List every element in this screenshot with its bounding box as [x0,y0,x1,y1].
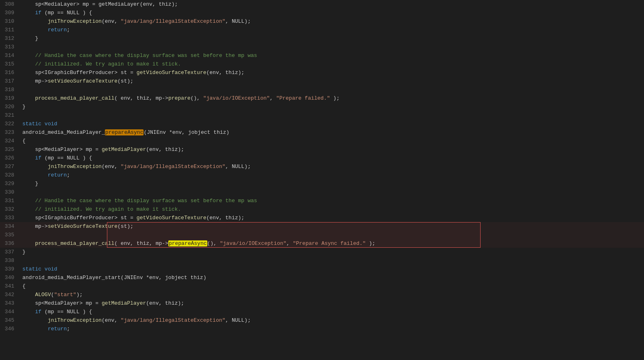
code-line: 339static void [0,265,644,273]
line-content: return; [22,171,70,179]
code-line: 323android_media_MediaPlayer_prepareAsyn… [0,128,644,137]
code-line: 343 sp<MediaPlayer> mp = getMediaPlayer(… [0,299,644,308]
line-number: 333 [0,214,22,222]
token [22,18,48,24]
line-number: 340 [0,273,22,282]
token: , NULL); [225,18,250,24]
token: static void [22,121,57,127]
code-line: 338 [0,256,644,265]
line-number: 309 [0,9,22,17]
token: getMediaPlayer [102,146,146,153]
token: , NULL); [225,317,250,323]
line-content: android_media_MediaPlayer_prepareAsync(J… [22,128,229,137]
token: sp<MediaPlayer> mp = [22,146,102,153]
token: mp-> [22,78,48,84]
code-line: 344 if (mp == NULL ) { [0,308,644,316]
line-content: mp->setVideoSurfaceTexture(st); [22,77,133,85]
code-line: 322static void [0,120,644,128]
token: return [22,27,67,33]
token: ; [67,326,70,332]
token: ( env, thiz, mp-> [114,95,168,101]
code-line: 334 mp->setVideoSurfaceTexture(st); [0,222,644,231]
code-line: 324{ [0,137,644,145]
code-line: 342 ALOGV("start"); [0,290,644,299]
token: ( env, thiz, mp-> [114,240,168,247]
code-line: 321 [0,111,644,120]
token: ( [51,292,54,298]
code-line: 332 // initialized. We try again to make… [0,205,644,214]
token: { [22,283,26,289]
token: ALOGV [35,292,51,298]
token: mp-> [22,223,48,229]
token: "java/lang/IllegalStateException" [121,317,225,323]
code-line: 313 [0,43,644,51]
token: ); [366,240,375,247]
token: ); [76,292,83,298]
token: "java/lang/IllegalStateException" [121,18,225,24]
code-line: 336 process_media_player_call( env, thiz… [0,239,644,248]
token: (env, thiz); [146,300,184,306]
token: (JNIEnv *env, jobject thiz) [144,129,229,135]
token: if [22,10,41,16]
token: ; [67,27,70,33]
line-number: 314 [0,51,22,60]
code-line: 337} [0,248,644,256]
code-line: 316 sp<IGraphicBufferProducer> st = getV… [0,68,644,77]
line-number: 339 [0,265,22,273]
line-number: 344 [0,308,22,316]
line-number: 313 [0,43,22,51]
token: (mp == NULL ) { [41,309,92,315]
line-content: sp<IGraphicBufferProducer> st = getVideo… [22,214,244,222]
line-number: 312 [0,34,22,43]
line-number: 316 [0,68,22,77]
token: getVideoSurfaceTexture [137,215,207,221]
line-number: 336 [0,239,22,248]
code-line: 325 sp<MediaPlayer> mp = getMediaPlayer(… [0,145,644,154]
code-line: 345 jniThrowException(env, "java/lang/Il… [0,316,644,325]
line-content: if (mp == NULL ) { [22,308,92,316]
line-content: sp<MediaPlayer> mp = getMediaPlayer(env,… [22,299,184,308]
token: prepare [168,95,191,101]
line-content: process_media_player_call( env, thiz, mp… [22,94,339,103]
token [22,95,35,101]
line-content: sp<IGraphicBufferProducer> st = getVideo… [22,68,244,77]
token: android_media_MediaPlayer_start(JNIEnv *… [22,275,206,281]
line-content: } [22,248,26,256]
line-content: if (mp == NULL ) { [22,9,92,17]
code-line: 319 process_media_player_call( env, thiz… [0,94,644,103]
line-number: 324 [0,137,22,145]
line-number: 326 [0,154,22,162]
token: // Handle the case where the display sur… [22,52,257,59]
code-line: 330 [0,188,644,196]
code-line: 308 sp<MediaLayer> mp = getMediaLayer(en… [0,0,644,9]
line-content: } [22,103,26,111]
token: } [22,181,38,187]
code-line: 309 if (mp == NULL ) { [0,9,644,17]
token: return [22,172,67,178]
code-line: 312 } [0,34,644,43]
token: (env, [102,317,121,323]
token: "Prepare failed." [276,95,330,101]
line-number: 329 [0,179,22,188]
token: "java/io/IOException" [220,240,287,247]
line-number: 310 [0,17,22,26]
code-line: 311 return; [0,26,644,34]
line-content: if (mp == NULL ) { [22,154,92,162]
token: if [22,155,41,161]
code-line: 317 mp->setVideoSurfaceTexture(st); [0,77,644,85]
line-content: static void [22,265,57,273]
line-number: 322 [0,120,22,128]
line-number: 321 [0,111,22,120]
line-content: mp->setVideoSurfaceTexture(st); [22,222,133,231]
token: static void [22,266,57,272]
token: , NULL); [225,164,250,170]
line-content: // Handle the case where the display sur… [22,51,257,60]
line-content: return; [22,325,70,333]
line-content: android_media_MediaPlayer_start(JNIEnv *… [22,273,206,282]
token: getMediaPlayer [102,300,146,306]
token [22,317,48,323]
line-content: } [22,34,38,43]
token: return [22,326,67,332]
line-number: 318 [0,85,22,94]
token: (env, [102,164,121,170]
